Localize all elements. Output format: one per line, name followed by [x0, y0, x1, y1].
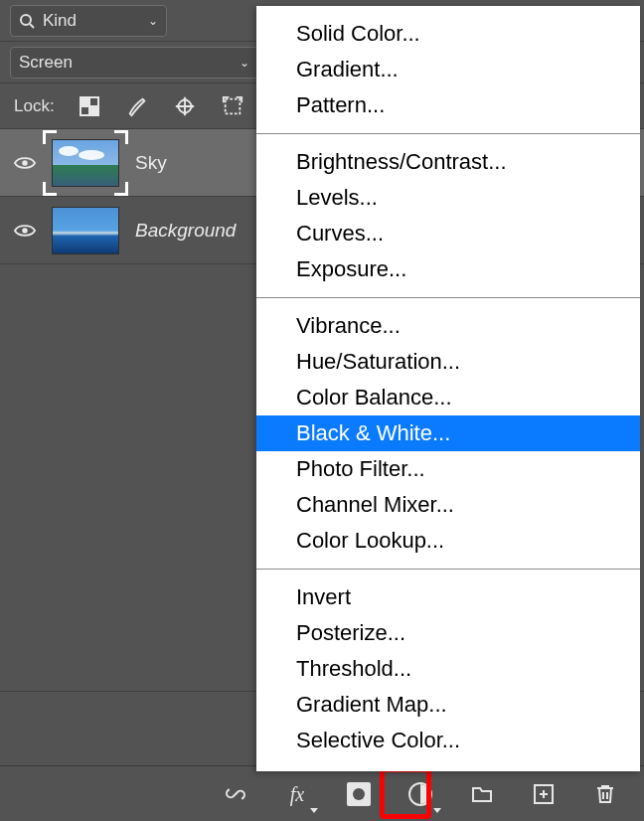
layers-bottom-bar: fx	[0, 765, 644, 821]
menu-item[interactable]: Color Lookup...	[256, 523, 640, 559]
svg-rect-5	[80, 97, 89, 106]
svg-point-8	[22, 160, 28, 166]
menu-item[interactable]: Pattern...	[256, 87, 640, 123]
chevron-down-icon: ⌄	[148, 14, 158, 28]
delete-layer-icon[interactable]	[588, 777, 622, 811]
lock-pixels-icon[interactable]	[124, 93, 150, 119]
svg-point-9	[22, 228, 28, 234]
menu-item[interactable]: Exposure...	[256, 251, 640, 287]
menu-item[interactable]: Curves...	[256, 216, 640, 251]
menu-item[interactable]: Solid Color...	[256, 16, 640, 52]
menu-item[interactable]: Gradient...	[256, 52, 640, 87]
chevron-down-icon: ⌄	[240, 56, 249, 70]
blend-mode-dropdown[interactable]: Screen ⌄	[10, 47, 258, 79]
new-layer-icon[interactable]	[527, 777, 561, 811]
kind-filter-label: Kind	[43, 11, 77, 31]
menu-item[interactable]: Color Balance...	[256, 380, 640, 415]
menu-item[interactable]: Levels...	[256, 180, 640, 216]
new-adjustment-layer-icon[interactable]	[403, 777, 437, 811]
search-icon	[19, 13, 35, 29]
link-layers-icon[interactable]	[219, 777, 252, 811]
menu-item[interactable]: Photo Filter...	[256, 451, 640, 487]
menu-item[interactable]: Invert	[256, 579, 640, 615]
layer-name[interactable]: Sky	[135, 152, 167, 174]
svg-rect-6	[89, 106, 98, 115]
visibility-icon[interactable]	[14, 155, 36, 171]
fill-adjustment-menu: Solid Color... Gradient... Pattern... Br…	[256, 6, 640, 771]
svg-point-0	[21, 15, 31, 25]
menu-item[interactable]: Threshold...	[256, 651, 640, 687]
menu-item[interactable]: Hue/Saturation...	[256, 344, 640, 380]
layer-thumbnail[interactable]	[52, 139, 119, 187]
lock-label: Lock:	[14, 96, 55, 116]
visibility-icon[interactable]	[14, 223, 36, 239]
svg-line-1	[30, 24, 34, 28]
lock-artboard-icon[interactable]	[220, 93, 245, 119]
lock-transparent-icon[interactable]	[77, 93, 102, 119]
menu-item[interactable]: Channel Mixer...	[256, 487, 640, 523]
new-group-icon[interactable]	[465, 777, 499, 811]
layer-name[interactable]: Background	[135, 220, 236, 242]
blend-mode-label: Screen	[19, 53, 73, 73]
layer-effects-icon[interactable]: fx	[280, 777, 314, 811]
svg-rect-7	[225, 98, 240, 113]
layers-panel: Kind ⌄ Screen ⌄ Lock:	[0, 0, 644, 821]
menu-item[interactable]: Vibrance...	[256, 308, 640, 344]
layer-thumbnail[interactable]	[52, 207, 119, 254]
menu-item-selected[interactable]: Black & White...	[256, 415, 640, 451]
add-mask-icon[interactable]	[342, 777, 376, 811]
menu-item[interactable]: Selective Color...	[256, 723, 640, 758]
menu-item[interactable]: Posterize...	[256, 615, 640, 651]
kind-filter-dropdown[interactable]: Kind ⌄	[10, 5, 167, 37]
lock-position-icon[interactable]	[172, 93, 198, 119]
layer-thumb-wrap	[52, 139, 119, 187]
menu-item[interactable]: Gradient Map...	[256, 687, 640, 723]
menu-item[interactable]: Brightness/Contrast...	[256, 144, 640, 180]
